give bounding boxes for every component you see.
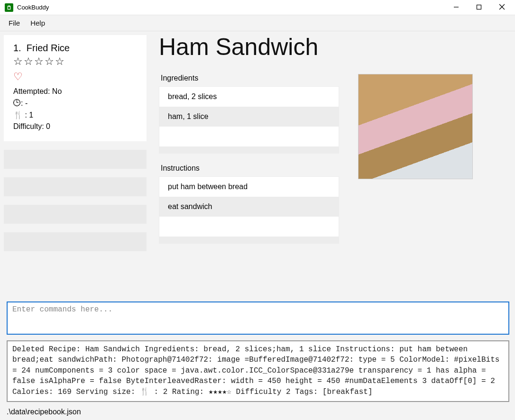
cutlery-icon: 🍴 : <box>13 111 27 119</box>
output-box: Deleted Recipe: Ham Sandwich Ingredients… <box>7 340 509 402</box>
difficulty-value: 0 <box>46 122 50 130</box>
time-value: - <box>25 99 28 107</box>
svg-rect-1 <box>477 5 481 9</box>
list-item-meta: Attempted: No 🕒︎: - 🍴 : 1 Difficulty: 0 <box>13 86 137 133</box>
ingredient-row[interactable]: bread, 2 slices <box>159 87 339 107</box>
instruction-row[interactable]: put ham between bread <box>159 177 339 197</box>
recipe-title: Ham Sandwich <box>159 33 510 61</box>
recipe-photo <box>358 74 473 179</box>
list-item-placeholder <box>4 150 147 169</box>
ingredient-row-empty <box>159 127 339 146</box>
menu-file[interactable]: File <box>9 19 20 27</box>
ingredient-row[interactable]: ham, 1 slice <box>159 107 339 127</box>
maximize-button[interactable] <box>473 4 485 11</box>
list-item-title: 1. Fried Rice <box>13 43 137 54</box>
app-icon: 🗒 <box>5 3 13 12</box>
list-item-name: Fried Rice <box>27 43 70 53</box>
rating-stars[interactable]: ☆☆☆☆☆ <box>13 55 137 68</box>
app-title: CookBuddy <box>17 4 49 11</box>
close-button[interactable] <box>496 4 507 11</box>
main-row: 1. Fried Rice ☆☆☆☆☆ ♡ Attempted: No 🕒︎: … <box>0 31 515 298</box>
list-item-placeholder <box>4 177 147 196</box>
clock-icon: 🕒︎: <box>13 99 23 107</box>
serving-value: 1 <box>29 111 33 119</box>
instruction-row[interactable]: eat sandwich <box>159 197 339 217</box>
titlebar: 🗒 CookBuddy <box>0 0 515 15</box>
content-area: 1. Fried Rice ☆☆☆☆☆ ♡ Attempted: No 🕒︎: … <box>0 31 515 420</box>
detail-column: Ingredients bread, 2 slices ham, 1 slice… <box>159 74 339 254</box>
ingredient-row-empty <box>159 146 339 153</box>
photo-column <box>358 74 473 254</box>
window-controls <box>451 4 510 11</box>
command-input[interactable] <box>7 301 509 335</box>
instruction-row-empty <box>159 237 339 243</box>
io-area: Deleted Recipe: Ham Sandwich Ingredients… <box>0 298 515 406</box>
list-item-index: 1. <box>13 43 21 53</box>
attempted-value: No <box>52 87 62 95</box>
detail-pane: Ham Sandwich Ingredients bread, 2 slices… <box>149 31 515 298</box>
list-item-placeholder <box>4 205 147 224</box>
ingredients-label: Ingredients <box>161 74 339 82</box>
detail-body: Ingredients bread, 2 slices ham, 1 slice… <box>159 74 510 254</box>
menu-help[interactable]: Help <box>30 19 45 27</box>
recipe-list-item[interactable]: 1. Fried Rice ☆☆☆☆☆ ♡ Attempted: No 🕒︎: … <box>4 35 147 141</box>
instruction-row-empty <box>159 217 339 237</box>
ingredients-list[interactable]: bread, 2 slices ham, 1 slice <box>159 86 339 154</box>
menubar: File Help <box>0 15 515 31</box>
sidebar: 1. Fried Rice ☆☆☆☆☆ ♡ Attempted: No 🕒︎: … <box>0 31 149 298</box>
list-item-placeholder <box>4 232 147 251</box>
status-bar: .\data\recipebook.json <box>0 406 515 420</box>
favorite-heart-icon[interactable]: ♡ <box>13 71 137 83</box>
attempted-label: Attempted: <box>13 87 50 95</box>
instructions-list[interactable]: put ham between bread eat sandwich <box>159 176 339 244</box>
difficulty-label: Difficulty: <box>13 122 44 130</box>
instructions-label: Instructions <box>161 164 339 173</box>
minimize-button[interactable] <box>451 4 462 11</box>
